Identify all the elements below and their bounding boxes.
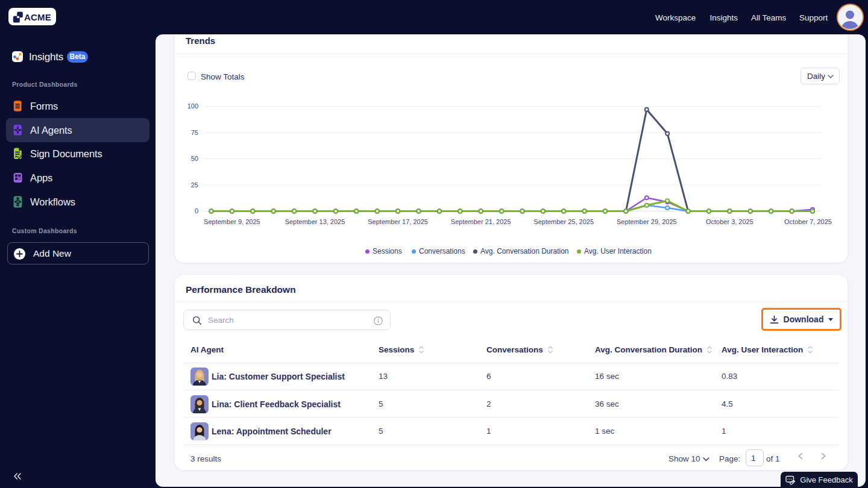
svg-text:September 9, 2025: September 9, 2025 — [204, 218, 260, 225]
svg-text:September 17, 2025: September 17, 2025 — [368, 218, 428, 225]
svg-text:September 29, 2025: September 29, 2025 — [617, 218, 677, 225]
svg-text:October 7, 2025: October 7, 2025 — [784, 218, 832, 225]
svg-text:September 25, 2025: September 25, 2025 — [533, 218, 594, 225]
svg-text:25: 25 — [191, 181, 198, 189]
svg-text:September 21, 2025: September 21, 2025 — [451, 218, 511, 225]
svg-text:October 3, 2025: October 3, 2025 — [706, 218, 753, 225]
svg-text:50: 50 — [191, 155, 198, 162]
svg-text:75: 75 — [191, 129, 198, 136]
svg-text:0: 0 — [195, 207, 198, 214]
svg-text:100: 100 — [187, 102, 198, 110]
svg-text:September 13, 2025: September 13, 2025 — [285, 218, 345, 225]
